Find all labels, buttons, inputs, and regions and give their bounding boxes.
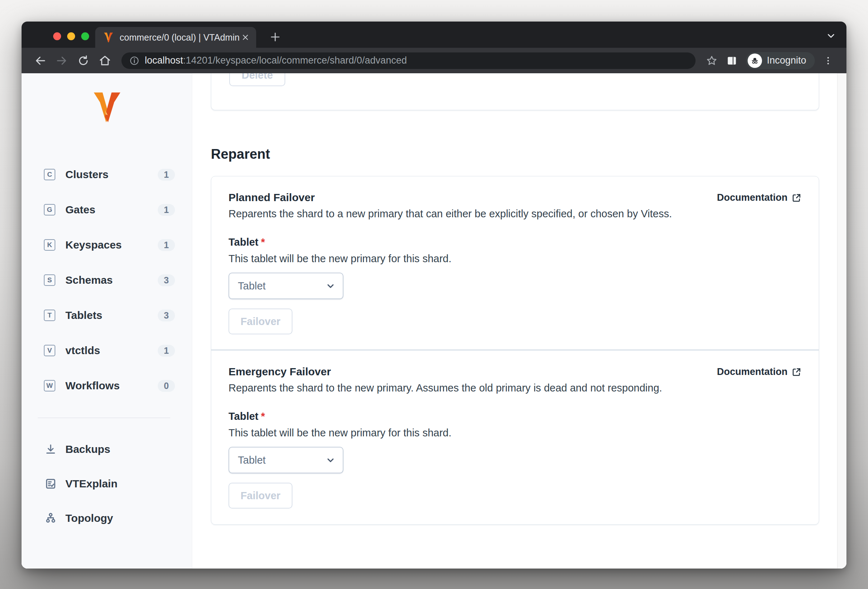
planned-failover-button[interactable]: Failover	[229, 309, 292, 334]
vtadmin-app: C Clusters 1 G Gates 1 K Keyspaces 1	[22, 73, 846, 568]
tablet-select-value: Tablet	[238, 280, 266, 292]
forward-button[interactable]	[55, 54, 68, 67]
sidebar: C Clusters 1 G Gates 1 K Keyspaces 1	[22, 73, 192, 568]
chevron-down-icon	[825, 31, 836, 41]
sidebar-item-label: VTExplain	[65, 478, 118, 490]
page-section-title: Reparent	[211, 147, 270, 162]
incognito-badge: Incognito	[746, 52, 815, 69]
tab-search-button[interactable]	[825, 31, 836, 41]
count-badge: 0	[158, 380, 175, 392]
workflows-icon: W	[44, 380, 55, 392]
star-icon	[706, 54, 718, 67]
sidebar-item-label: Topology	[65, 512, 113, 524]
sidebar-item-label: Workflows	[65, 380, 158, 392]
documentation-link[interactable]: Documentation	[717, 192, 802, 203]
sidebar-item-tablets[interactable]: T Tablets 3	[22, 307, 192, 324]
sidebar-item-vtctlds[interactable]: V vtctlds 1	[22, 342, 192, 359]
sidebar-item-gates[interactable]: G Gates 1	[22, 201, 192, 218]
tablet-field-help: This tablet will be the new primary for …	[229, 253, 802, 265]
topology-tree-icon	[43, 511, 58, 526]
close-window-button[interactable]	[53, 32, 61, 40]
main-content: Delete Reparent Planned Failover Documen…	[192, 73, 846, 568]
required-asterisk: *	[261, 236, 265, 248]
keyspaces-icon: K	[44, 239, 55, 251]
external-link-icon	[791, 193, 802, 203]
browser-tab[interactable]: commerce/0 (local) | VTAdmin	[95, 27, 256, 48]
planned-failover-description: Reparents the shard to a new primary tha…	[229, 208, 802, 220]
gates-icon: G	[44, 204, 55, 215]
sidebar-item-label: Backups	[65, 443, 110, 455]
sidebar-item-topology[interactable]: Topology	[22, 509, 192, 527]
count-badge: 1	[158, 239, 175, 251]
home-button[interactable]	[99, 54, 111, 67]
tablet-select-value: Tablet	[238, 454, 266, 466]
vitess-favicon-icon	[103, 32, 114, 43]
planned-failover-section: Planned Failover Documentation Reparents…	[211, 176, 819, 349]
url-host: localhost	[145, 55, 183, 66]
sidebar-item-schemas[interactable]: S Schemas 3	[22, 271, 192, 289]
sidebar-item-label: Schemas	[65, 274, 158, 286]
url-path: :14201/keyspace/local/commerce/shard/0/a…	[183, 55, 407, 66]
tab-strip: commerce/0 (local) | VTAdmin	[22, 22, 846, 48]
sidebar-item-label: Keyspaces	[65, 239, 158, 251]
sidebar-tools: Backups VTExplain Topology	[22, 441, 192, 544]
sidebar-item-workflows[interactable]: W Workflows 0	[22, 377, 192, 394]
vitess-logo	[91, 92, 123, 123]
back-arrow-icon	[34, 54, 47, 67]
documentation-link-label: Documentation	[717, 366, 788, 377]
emergency-failover-section: Emergency Failover Documentation Reparen…	[211, 350, 819, 524]
chevron-down-icon	[326, 455, 335, 465]
sidebar-item-label: Gates	[65, 204, 158, 216]
delete-button[interactable]: Delete	[229, 73, 285, 86]
window-controls	[53, 32, 89, 40]
browser-menu-button[interactable]	[823, 55, 834, 66]
chevron-down-icon	[326, 281, 335, 291]
partial-card: Delete	[211, 73, 819, 110]
download-icon	[43, 442, 58, 457]
scrollbar[interactable]	[837, 73, 846, 568]
browser-window: commerce/0 (local) | VTAdmin	[22, 22, 846, 568]
documentation-link[interactable]: Documentation	[717, 366, 802, 377]
planned-failover-title: Planned Failover	[229, 191, 315, 204]
minimize-window-button[interactable]	[67, 32, 75, 40]
desktop-background: commerce/0 (local) | VTAdmin	[0, 0, 868, 589]
tablets-icon: T	[44, 309, 55, 321]
incognito-icon	[748, 53, 762, 68]
tablet-field-label: Tablet*	[229, 236, 802, 248]
required-asterisk: *	[261, 411, 265, 422]
external-link-icon	[791, 367, 802, 377]
schemas-icon: S	[44, 274, 55, 286]
count-badge: 3	[158, 274, 175, 286]
sidebar-item-backups[interactable]: Backups	[22, 441, 192, 458]
emergency-failover-button[interactable]: Failover	[229, 483, 292, 508]
sidebar-nav: C Clusters 1 G Gates 1 K Keyspaces 1	[22, 166, 192, 412]
sidebar-item-keyspaces[interactable]: K Keyspaces 1	[22, 236, 192, 253]
sidebar-item-clusters[interactable]: C Clusters 1	[22, 166, 192, 183]
side-panel-button[interactable]	[726, 54, 738, 67]
sidebar-item-label: Tablets	[65, 309, 158, 321]
reload-button[interactable]	[77, 54, 90, 67]
site-info-icon[interactable]	[129, 56, 139, 66]
sidebar-item-vtexplain[interactable]: VTExplain	[22, 475, 192, 492]
incognito-label: Incognito	[767, 55, 806, 66]
clusters-icon: C	[44, 169, 55, 180]
tablet-field-help: This tablet will be the new primary for …	[229, 427, 802, 439]
vtctlds-icon: V	[44, 345, 55, 356]
reparent-card: Planned Failover Documentation Reparents…	[211, 176, 819, 525]
count-badge: 1	[158, 204, 175, 216]
bookmark-star-button[interactable]	[706, 54, 718, 67]
reload-icon	[77, 54, 90, 67]
sidebar-item-label: Clusters	[65, 168, 158, 181]
tablet-select[interactable]: Tablet	[229, 272, 344, 299]
nav-buttons	[34, 54, 111, 67]
back-button[interactable]	[34, 54, 47, 67]
url-text: localhost:14201/keyspace/local/commerce/…	[145, 55, 407, 66]
fullscreen-window-button[interactable]	[81, 32, 89, 40]
emergency-failover-description: Reparents the shard to the new primary. …	[229, 382, 802, 394]
browser-toolbar: localhost:14201/keyspace/local/commerce/…	[22, 48, 846, 73]
address-bar[interactable]: localhost:14201/keyspace/local/commerce/…	[121, 52, 695, 69]
tablet-select[interactable]: Tablet	[229, 447, 344, 473]
new-tab-button[interactable]	[269, 31, 281, 43]
tab-close-icon[interactable]	[241, 33, 250, 42]
sidebar-item-label: vtctlds	[65, 345, 158, 356]
